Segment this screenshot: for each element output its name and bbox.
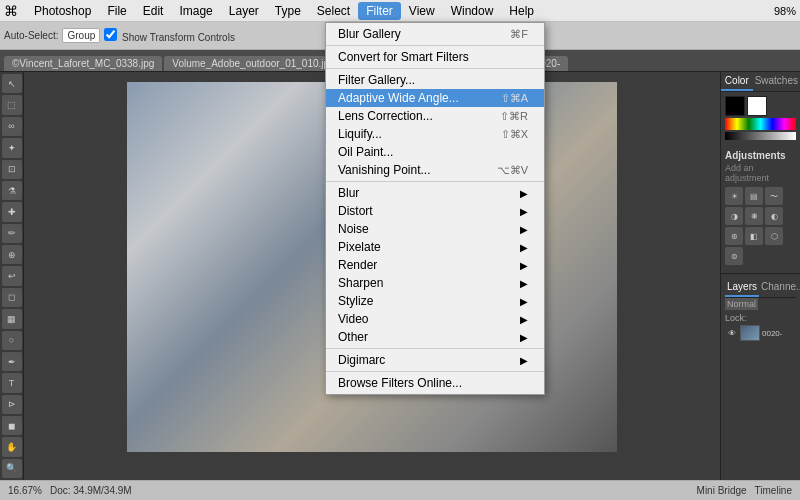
filter-video[interactable]: Video ▶: [326, 310, 544, 328]
pen-tool[interactable]: ✒: [2, 352, 22, 371]
zoom-tool[interactable]: 🔍: [2, 459, 22, 478]
blend-mode-select[interactable]: Normal: [725, 298, 758, 310]
toolbar-transform-label: Show Transform Controls: [104, 28, 235, 43]
lock-label: Lock:: [725, 312, 796, 324]
magic-wand-tool[interactable]: ✦: [2, 138, 22, 157]
eraser-tool[interactable]: ◻: [2, 288, 22, 307]
color-swatches-panel: Color Swatches: [721, 72, 800, 92]
filter-liquify[interactable]: Liquify... ⇧⌘X: [326, 125, 544, 143]
clone-tool[interactable]: ⊕: [2, 245, 22, 264]
menu-view[interactable]: View: [401, 2, 443, 20]
brightness-bar[interactable]: [725, 132, 796, 140]
liquify-shortcut: ⇧⌘X: [501, 128, 528, 141]
separator-3: [326, 181, 544, 182]
color-spectrum-bar[interactable]: [725, 118, 796, 130]
doc-size: Doc: 34.9M/34.9M: [50, 485, 132, 496]
filter-render[interactable]: Render ▶: [326, 256, 544, 274]
layer-thumbnail: [740, 325, 760, 341]
filter-adaptive-wide-angle[interactable]: Adaptive Wide Angle... ⇧⌘A: [326, 89, 544, 107]
filter-distort[interactable]: Distort ▶: [326, 202, 544, 220]
channels-tab[interactable]: Channe...: [759, 278, 800, 297]
status-bar: 16.67% Doc: 34.9M/34.9M Mini Bridge Time…: [0, 480, 800, 500]
filter-vanishing-point[interactable]: Vanishing Point... ⌥⌘V: [326, 161, 544, 179]
photo-filter-icon[interactable]: ⬡: [765, 227, 783, 245]
tab-vincent[interactable]: ©Vincent_Laforet_MC_0338.jpg: [4, 56, 162, 71]
exposure-icon[interactable]: ◑: [725, 207, 743, 225]
levels-icon[interactable]: ▤: [745, 187, 763, 205]
apple-logo-icon: ⌘: [4, 3, 18, 19]
brush-tool[interactable]: ✏: [2, 224, 22, 243]
gradient-tool[interactable]: ▦: [2, 309, 22, 328]
heal-tool[interactable]: ✚: [2, 202, 22, 221]
filter-sharpen[interactable]: Sharpen ▶: [326, 274, 544, 292]
menu-file[interactable]: File: [99, 2, 134, 20]
show-transform-checkbox[interactable]: [104, 28, 117, 41]
right-panel: Color Swatches Adjustments Add an adjust…: [720, 72, 800, 480]
background-swatch[interactable]: [747, 96, 767, 116]
color-balance-icon[interactable]: ⊛: [725, 227, 743, 245]
menu-type[interactable]: Type: [267, 2, 309, 20]
tab-volume[interactable]: Volume_Adobe_outdoor_01_010.jpg: [164, 56, 342, 71]
toolbar-group-select[interactable]: Group: [62, 28, 100, 43]
layers-controls: Normal: [725, 298, 796, 310]
menu-edit[interactable]: Edit: [135, 2, 172, 20]
color-tab[interactable]: Color: [721, 72, 753, 91]
eyedropper-tool[interactable]: ⚗: [2, 181, 22, 200]
digimarc-arrow-icon: ▶: [520, 355, 528, 366]
filter-oil-paint[interactable]: Oil Paint...: [326, 143, 544, 161]
menu-right-area: 98%: [774, 5, 796, 17]
pixelate-arrow-icon: ▶: [520, 242, 528, 253]
filter-browse-online[interactable]: Browse Filters Online...: [326, 374, 544, 392]
curves-icon[interactable]: 〜: [765, 187, 783, 205]
battery-indicator: 98%: [774, 5, 796, 17]
mini-bridge-label[interactable]: Mini Bridge: [697, 485, 747, 496]
channel-mixer-icon[interactable]: ⊜: [725, 247, 743, 265]
filter-digimarc[interactable]: Digimarc ▶: [326, 351, 544, 369]
lasso-tool[interactable]: ∞: [2, 117, 22, 136]
layers-tabs: Layers Channe...: [725, 278, 796, 298]
filter-pixelate[interactable]: Pixelate ▶: [326, 238, 544, 256]
filter-blur[interactable]: Blur ▶: [326, 184, 544, 202]
type-tool[interactable]: T: [2, 373, 22, 392]
layers-panel: Layers Channe... Normal Lock: 👁 0020-: [721, 273, 800, 346]
shape-tool[interactable]: ◼: [2, 416, 22, 435]
hue-sat-icon[interactable]: ◐: [765, 207, 783, 225]
adjustments-panel: Adjustments Add an adjustment ☀ ▤ 〜 ◑ ❋ …: [721, 146, 800, 269]
dodge-tool[interactable]: ○: [2, 331, 22, 350]
black-white-icon[interactable]: ◧: [745, 227, 763, 245]
marquee-tool[interactable]: ⬚: [2, 95, 22, 114]
filter-other[interactable]: Other ▶: [326, 328, 544, 346]
hand-tool[interactable]: ✋: [2, 437, 22, 456]
filter-convert-smart[interactable]: Convert for Smart Filters: [326, 48, 544, 66]
layer-visibility-icon[interactable]: 👁: [726, 327, 738, 339]
timeline-label[interactable]: Timeline: [755, 485, 792, 496]
stylize-arrow-icon: ▶: [520, 296, 528, 307]
menu-layer[interactable]: Layer: [221, 2, 267, 20]
move-tool[interactable]: ↖: [2, 74, 22, 93]
menu-image[interactable]: Image: [171, 2, 220, 20]
swatches-tab[interactable]: Swatches: [753, 72, 800, 91]
video-arrow-icon: ▶: [520, 314, 528, 325]
crop-tool[interactable]: ⊡: [2, 160, 22, 179]
menu-photoshop[interactable]: Photoshop: [26, 2, 99, 20]
vibrance-icon[interactable]: ❋: [745, 207, 763, 225]
foreground-swatch[interactable]: [725, 96, 745, 116]
brightness-contrast-icon[interactable]: ☀: [725, 187, 743, 205]
path-select-tool[interactable]: ⊳: [2, 395, 22, 414]
adjustments-title: Adjustments: [725, 150, 796, 161]
filter-stylize[interactable]: Stylize ▶: [326, 292, 544, 310]
filter-gallery[interactable]: Filter Gallery...: [326, 71, 544, 89]
filter-noise[interactable]: Noise ▶: [326, 220, 544, 238]
noise-arrow-icon: ▶: [520, 224, 528, 235]
left-toolbar: ↖ ⬚ ∞ ✦ ⊡ ⚗ ✚ ✏ ⊕ ↩ ◻ ▦ ○ ✒ T ⊳ ◼ ✋ 🔍: [0, 72, 24, 480]
menu-filter[interactable]: Filter: [358, 2, 401, 20]
menu-select[interactable]: Select: [309, 2, 358, 20]
filter-lens-correction[interactable]: Lens Correction... ⇧⌘R: [326, 107, 544, 125]
filter-blur-gallery[interactable]: Blur Gallery ⌘F: [326, 25, 544, 43]
menu-window[interactable]: Window: [443, 2, 502, 20]
layers-tab[interactable]: Layers: [725, 278, 759, 297]
history-brush-tool[interactable]: ↩: [2, 266, 22, 285]
menu-help[interactable]: Help: [501, 2, 542, 20]
adjustment-icons-area: ☀ ▤ 〜 ◑ ❋ ◐ ⊛ ◧ ⬡ ⊜: [725, 187, 796, 265]
menu-bar: ⌘ Photoshop File Edit Image Layer Type S…: [0, 0, 800, 22]
